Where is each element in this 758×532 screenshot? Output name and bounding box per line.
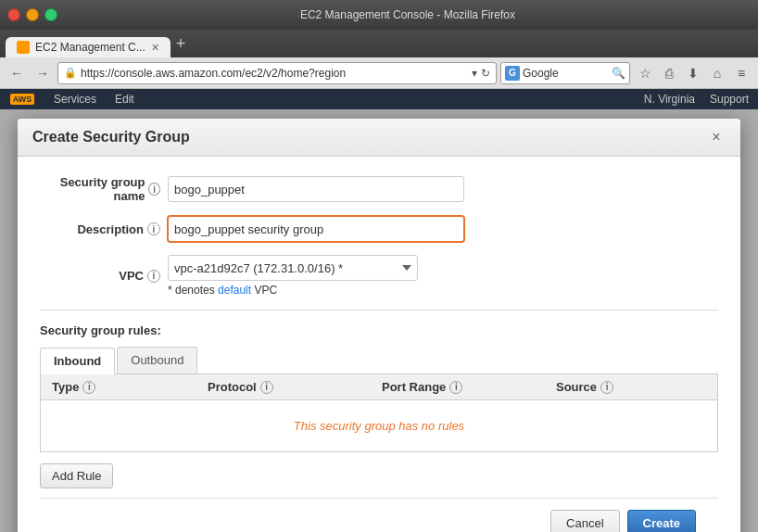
minimize-button[interactable]: [26, 8, 39, 21]
protocol-column-header: Protocol i: [208, 380, 374, 394]
back-button[interactable]: ←: [6, 62, 28, 84]
tab-close-icon[interactable]: ✕: [151, 42, 159, 54]
aws-edit-menu[interactable]: Edit: [115, 93, 134, 106]
description-row: Description i: [40, 216, 718, 242]
nav-bar: ← → 🔒 https://console.aws.amazon.com/ec2…: [0, 57, 758, 89]
tab-favicon: [17, 41, 30, 54]
address-text: https://console.aws.amazon.com/ec2/v2/ho…: [81, 67, 468, 80]
search-input[interactable]: Google: [523, 67, 609, 80]
tab-bar: EC2 Management C... ✕ +: [0, 30, 758, 57]
vpc-control: vpc-a21d92c7 (172.31.0.0/16) * * denotes…: [168, 255, 718, 297]
maximize-button[interactable]: [44, 8, 57, 21]
vpc-label: VPC i: [40, 269, 160, 283]
rules-empty-message: This security group has no rules: [41, 400, 717, 451]
create-security-group-modal: Create Security Group × Security group n…: [18, 119, 740, 532]
type-info-icon[interactable]: i: [82, 381, 95, 394]
create-button[interactable]: Create: [627, 510, 696, 532]
aws-logo-box: AWS: [10, 94, 35, 105]
vpc-default-link[interactable]: default: [218, 284, 251, 297]
modal-footer: Cancel Create: [40, 498, 718, 532]
dropdown-icon[interactable]: ▾: [472, 67, 477, 80]
tab-outbound[interactable]: Outbound: [117, 347, 197, 374]
new-tab-button[interactable]: +: [171, 35, 192, 52]
tabs-container: Inbound Outbound: [40, 347, 718, 374]
cancel-button[interactable]: Cancel: [550, 510, 619, 532]
aws-bar: AWS Services Edit N. Virginia Support: [0, 89, 758, 109]
vpc-info-icon[interactable]: i: [147, 270, 160, 283]
description-input[interactable]: [168, 216, 464, 242]
search-engine-icon: G: [505, 66, 520, 81]
type-column-header: Type i: [52, 380, 200, 394]
rules-table-header: Type i Protocol i Port Range i Source i: [41, 374, 717, 400]
menu-icon[interactable]: ≡: [730, 62, 752, 84]
protocol-info-icon[interactable]: i: [260, 381, 273, 394]
rules-table: Type i Protocol i Port Range i Source i: [40, 374, 718, 452]
search-bar[interactable]: G Google 🔍: [500, 62, 630, 84]
security-group-name-label: Security group name i: [40, 175, 160, 203]
description-control: [168, 216, 718, 242]
modal-close-button[interactable]: ×: [707, 128, 726, 146]
address-bar[interactable]: 🔒 https://console.aws.amazon.com/ec2/v2/…: [57, 62, 497, 84]
description-info-icon[interactable]: i: [147, 222, 160, 235]
bookmark-icon[interactable]: ☆: [634, 62, 656, 84]
divider: [40, 310, 718, 310]
close-button[interactable]: [7, 8, 20, 21]
aws-region[interactable]: N. Virginia: [644, 93, 695, 106]
aws-services-menu[interactable]: Services: [54, 93, 96, 106]
description-label: Description i: [40, 222, 160, 236]
modal-body: Security group name i Description i: [18, 157, 740, 532]
browser-tab[interactable]: EC2 Management C... ✕: [6, 37, 171, 57]
security-group-name-row: Security group name i: [40, 175, 718, 203]
refresh-icon[interactable]: ↻: [481, 67, 490, 80]
modal-title: Create Security Group: [32, 129, 190, 146]
window-controls: [7, 8, 57, 21]
source-info-icon[interactable]: i: [600, 381, 613, 394]
vpc-hint: * denotes default VPC: [168, 284, 718, 297]
forward-button[interactable]: →: [32, 62, 54, 84]
lock-icon: 🔒: [64, 67, 77, 79]
aws-support[interactable]: Support: [710, 93, 749, 106]
add-rule-button[interactable]: Add Rule: [40, 463, 113, 488]
source-column-header: Source i: [556, 380, 706, 394]
nav-icons: ☆ ⎙ ⬇ ⌂ ≡: [634, 62, 752, 84]
tab-inbound[interactable]: Inbound: [40, 348, 115, 374]
browser-titlebar: EC2 Management Console - Mozilla Firefox: [0, 0, 758, 30]
security-group-name-info-icon[interactable]: i: [148, 183, 160, 196]
content-area: Create Security Group × Security group n…: [0, 109, 758, 532]
search-go-icon[interactable]: 🔍: [612, 67, 625, 80]
vpc-row: VPC i vpc-a21d92c7 (172.31.0.0/16) * * d…: [40, 255, 718, 297]
security-group-name-control: [168, 176, 718, 202]
aws-logo: AWS: [9, 91, 35, 108]
browser-title: EC2 Management Console - Mozilla Firefox: [65, 8, 751, 21]
section-label: Security group rules:: [40, 323, 718, 337]
aws-right-items: N. Virginia Support: [644, 93, 749, 106]
port-range-column-header: Port Range i: [382, 380, 549, 394]
modal-header: Create Security Group ×: [18, 119, 740, 157]
port-range-info-icon[interactable]: i: [449, 381, 462, 394]
home-icon[interactable]: ⌂: [706, 62, 728, 84]
security-group-name-input[interactable]: [168, 176, 464, 202]
tab-label: EC2 Management C...: [35, 41, 145, 54]
history-icon[interactable]: ⎙: [658, 62, 680, 84]
vpc-select[interactable]: vpc-a21d92c7 (172.31.0.0/16) *: [168, 255, 418, 281]
download-icon[interactable]: ⬇: [682, 62, 704, 84]
